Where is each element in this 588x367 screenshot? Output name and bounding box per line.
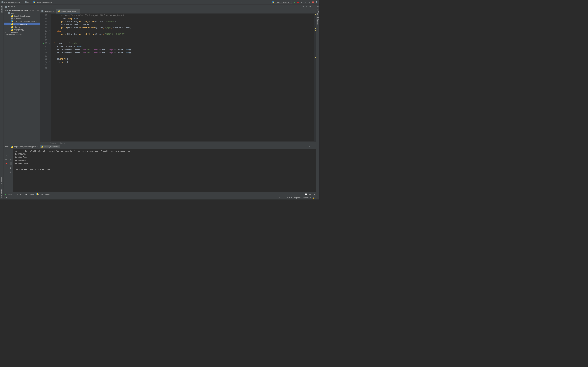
todo-tool-button[interactable]: ☰ 6: TODO <box>15 193 23 195</box>
tool-windows-icon[interactable]: 🗀 <box>5 197 7 199</box>
tree-file[interactable]: 01.multi_thread_craw.py <box>4 15 40 17</box>
line-gutter[interactable]: 121314151617181920 ▶21 2223242526272829 <box>40 14 48 142</box>
python-icon <box>11 15 13 17</box>
breadcrumb-root[interactable]: learn-python-concurrent <box>2 1 22 3</box>
trash-icon[interactable]: 🗑 <box>10 171 12 173</box>
python-icon <box>11 146 13 148</box>
tree-file[interactable]: 02.data.txt <box>4 17 40 20</box>
interpreter[interactable]: Python 3.8 <box>303 197 311 199</box>
python-icon <box>36 193 38 195</box>
run-tool-button[interactable]: ▶ 4: Run <box>5 193 13 195</box>
editor-tab-active[interactable]: 03.lock_concurrent.py× <box>56 9 80 13</box>
folder-icon <box>8 12 10 14</box>
rerun-button[interactable]: ▶ <box>5 150 7 152</box>
tree-scratches[interactable]: Scratches and Consoles <box>4 33 40 36</box>
toggle-icon[interactable]: ⊞ <box>317 6 319 8</box>
folder-icon <box>7 10 8 11</box>
python-icon <box>11 28 13 31</box>
status-bar: 🗀 8:1 LF UTF-8 4 spaces Python 3.8 🔒 <box>4 196 316 199</box>
profile-button[interactable]: ⊕ <box>304 1 307 3</box>
fold-gutter[interactable]: ⊖⊖⊖ <box>48 14 51 142</box>
encoding[interactable]: UTF-8 <box>287 197 292 199</box>
breadcrumb-folder[interactable]: tmp <box>25 1 30 3</box>
code-content[interactable]: #sleep会导致线程的阻塞，导致线程的切换，因此加了sleep每次都会出现 t… <box>51 14 314 142</box>
run-label: Run: <box>5 146 9 148</box>
run-side-toolbar2: ↑ ↓ ⤶ ⇥ 🖶 🗑 <box>9 149 13 192</box>
run-header: Run: 02.producer_consumer_spider × 03.lo… <box>4 145 316 149</box>
tree-file[interactable]: 02.producer_consumer_spider.p <box>4 20 40 23</box>
editor-breadcrumb[interactable]: Account〉__init__() <box>40 141 316 144</box>
editor-tabs: 02.data.txt× 03.lock_concurrent.py× <box>40 9 316 14</box>
chevron-down-icon: ▾ <box>290 1 291 3</box>
coverage-button[interactable]: ↻ <box>301 1 303 3</box>
line-separator[interactable]: LF <box>283 197 285 199</box>
stop-button[interactable] <box>312 1 314 3</box>
close-icon[interactable]: × <box>78 10 78 12</box>
sciview-tool-tab[interactable]: SciView <box>317 9 319 15</box>
lock-icon[interactable]: 🔒 <box>313 197 315 199</box>
expand-all-icon[interactable]: ⇵ <box>305 6 308 8</box>
folder-icon <box>2 1 4 3</box>
close-icon[interactable]: × <box>58 146 59 148</box>
chevron-right-icon: 〉 <box>31 1 32 3</box>
bottom-tool-stripe: ▶ 4: Run ☰ 6: TODO ▣ Terminal Python Con… <box>4 192 316 196</box>
tree-root[interactable]: ▼learn-python-concurrent ~/python-wo <box>4 9 40 12</box>
close-icon[interactable]: × <box>53 10 54 12</box>
tree-file[interactable]: blog_spider.py <box>4 28 40 31</box>
tree-folder[interactable]: ▼tmp <box>4 12 40 15</box>
database-tool-tab[interactable]: 🗄 Database <box>317 17 319 25</box>
folder-icon <box>5 6 7 8</box>
cursor-position[interactable]: 8:1 <box>279 197 281 199</box>
indent[interactable]: 4 spaces <box>294 197 300 199</box>
run-output[interactable]: /usr/local/bin/python3.8 /Users/beck/pyt… <box>13 149 316 192</box>
structure-tool-tab[interactable]: 7: Structure <box>1 176 3 185</box>
tree-file-selected[interactable]: 03.lock_concurrent.py <box>4 23 40 25</box>
concurrency-button[interactable]: ≡ <box>308 1 311 3</box>
python-icon <box>11 23 13 25</box>
debug-button[interactable]: 🐞 <box>297 1 299 3</box>
gear-icon[interactable]: ⚙ <box>309 146 311 148</box>
event-log-button[interactable]: 💬 Event Log <box>305 193 315 195</box>
project-tool-tab[interactable]: 1: Project <box>1 6 3 13</box>
folder-icon <box>25 1 27 3</box>
run-button[interactable]: ▶ <box>293 1 296 3</box>
terminal-tool-button[interactable]: ▣ Terminal <box>26 193 34 195</box>
python-icon <box>33 1 35 3</box>
editor: 02.data.txt× 03.lock_concurrent.py× 1213… <box>40 9 316 144</box>
locate-icon[interactable]: ⊕ <box>302 6 304 8</box>
soft-wrap-icon[interactable]: ⤶ <box>10 158 12 161</box>
stop-button[interactable]: ■ <box>5 154 7 156</box>
tree-file[interactable]: __init__.py <box>4 25 40 28</box>
run-gutter-icon[interactable]: ▶ <box>43 42 44 45</box>
print-icon[interactable]: 🖶 <box>10 167 12 169</box>
left-tool-stripe: 1: Project 7: Structure ★ 2: Favorites <box>0 5 4 200</box>
layout-button[interactable]: ▥ <box>5 158 7 161</box>
breadcrumb-file[interactable]: 03.lock_concurrent.py <box>33 1 52 3</box>
hide-icon[interactable]: — <box>312 146 315 148</box>
project-title[interactable]: Project <box>8 6 13 8</box>
project-tree: ▼learn-python-concurrent ~/python-wo ▼tm… <box>4 9 40 144</box>
close-icon[interactable]: × <box>37 146 38 148</box>
text-file-icon <box>41 10 43 12</box>
run-tab-active[interactable]: 03.lock_concurrent × <box>40 145 61 148</box>
run-config-selector[interactable]: 03.lock_concurrent ▾ <box>271 1 292 4</box>
hide-icon[interactable]: — <box>313 6 315 8</box>
up-icon[interactable]: ↑ <box>10 150 12 152</box>
marker-bar[interactable] <box>314 14 316 142</box>
run-tool-window: Run: 02.producer_consumer_spider × 03.lo… <box>4 144 316 192</box>
down-icon[interactable]: ↓ <box>10 154 12 156</box>
search-button[interactable]: 🔍 <box>316 1 318 3</box>
scroll-end-icon[interactable]: ⇥ <box>10 162 12 165</box>
chevron-down-icon[interactable]: ▼ <box>14 6 15 7</box>
breadcrumb: learn-python-concurrent 〉 tmp 〉 03.lock_… <box>2 1 271 3</box>
pin-button[interactable]: 📌 <box>5 162 7 165</box>
run-tab[interactable]: 02.producer_consumer_spider × <box>10 145 39 148</box>
code-editor[interactable]: 121314151617181920 ▶21 2223242526272829 … <box>40 14 316 142</box>
right-tool-stripe: ⊞ SciView 🗄 Database <box>316 5 320 200</box>
python-console-button[interactable]: Python Console <box>36 193 50 195</box>
favorites-tool-tab[interactable]: ★ 2: Favorites <box>1 188 3 199</box>
editor-tab[interactable]: 02.data.txt× <box>40 9 56 13</box>
python-icon <box>58 10 60 12</box>
tree-external-libraries[interactable]: ▶External Libraries <box>4 31 40 33</box>
gear-icon[interactable]: ⚙ <box>309 6 311 8</box>
